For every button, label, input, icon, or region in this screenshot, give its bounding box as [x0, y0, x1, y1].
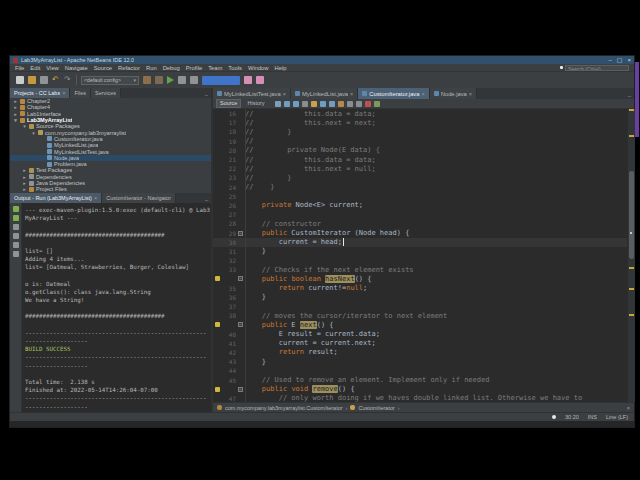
- expander-icon[interactable]: ▸: [13, 98, 18, 104]
- editor-tab-mylinkedlist-java[interactable]: MyLinkedList.java×: [291, 88, 358, 99]
- menu-debug[interactable]: Debug: [163, 65, 180, 71]
- error-stripe-scrollbar[interactable]: [627, 109, 635, 402]
- close-tab-icon[interactable]: ×: [350, 91, 353, 97]
- expander-icon[interactable]: ▸: [22, 186, 27, 192]
- menu-tools[interactable]: Tools: [228, 65, 242, 71]
- config-select[interactable]: <default config>▾: [81, 76, 139, 85]
- expander-icon[interactable]: ▸: [13, 111, 18, 117]
- jump-forward-icon[interactable]: [293, 101, 299, 107]
- fold-toggle-icon[interactable]: −: [236, 387, 245, 392]
- expander-icon[interactable]: ▾: [22, 123, 27, 129]
- toolbar-selected-button[interactable]: [202, 76, 240, 85]
- breadcrumb-segment[interactable]: com.mycompany.lab3myarraylist.CustomIter…: [225, 405, 343, 411]
- jump-back-icon[interactable]: [284, 101, 290, 107]
- projects-tree[interactable]: ▸Chapter2▸Chapter4▸Lab1Interface▾Lab3MyA…: [10, 98, 211, 193]
- profile-project-icon[interactable]: [190, 76, 198, 84]
- toggle-bookmark-icon[interactable]: [338, 101, 344, 107]
- fold-toggle-icon[interactable]: −: [236, 322, 245, 327]
- shift-right-icon[interactable]: [356, 101, 362, 107]
- tab-projects-cc-labs[interactable]: Projects - CC Labs×: [10, 88, 70, 98]
- menu-help[interactable]: Help: [275, 65, 287, 71]
- save-all-icon[interactable]: [40, 76, 48, 84]
- editor-tab-node-java[interactable]: Node.java×: [430, 88, 477, 99]
- expander-icon[interactable]: ▸: [22, 167, 27, 173]
- next-bookmark-icon[interactable]: [329, 101, 335, 107]
- build-project-icon[interactable]: [143, 76, 151, 84]
- editor-tab-mylinkedlisttest-java[interactable]: MyLinkedListTest.java×: [213, 88, 291, 99]
- rerun-icon[interactable]: [13, 206, 19, 212]
- redo-icon[interactable]: ↷: [64, 76, 72, 84]
- clean-build-project-icon[interactable]: [155, 76, 163, 84]
- tree-item-project-files[interactable]: ▸Project Files: [10, 186, 211, 192]
- stop-macro-icon[interactable]: [374, 101, 380, 107]
- tab-files[interactable]: Files: [70, 88, 91, 98]
- warning-gutter-icon[interactable]: [213, 276, 222, 281]
- close-window-icon[interactable]: ×: [627, 57, 631, 63]
- minimize-window-icon[interactable]: –: [608, 57, 611, 63]
- expander-icon[interactable]: ▾: [31, 130, 36, 136]
- editor-tab-customiterator-java[interactable]: CustomIterator.java×: [358, 88, 429, 99]
- breadcrumb-segment[interactable]: CustomIterator: [358, 405, 394, 411]
- menu-edit[interactable]: Edit: [30, 65, 40, 71]
- toggle-highlight-icon[interactable]: [311, 101, 317, 107]
- filter-output-icon[interactable]: [13, 242, 19, 248]
- menu-team[interactable]: Team: [208, 65, 222, 71]
- quick-search-input[interactable]: Search (Ctrl+I): [565, 65, 629, 71]
- close-tab-icon[interactable]: ×: [94, 195, 97, 201]
- warning-gutter-icon[interactable]: [213, 387, 222, 392]
- tab-output-run-lab3myarraylist-[interactable]: Output - Run (Lab3MyArrayList)×: [10, 193, 102, 203]
- warning-gutter-icon[interactable]: [213, 322, 222, 327]
- expander-icon[interactable]: ▸: [22, 174, 27, 180]
- menu-navigate[interactable]: Navigate: [65, 65, 88, 71]
- console-line: [25, 222, 211, 230]
- debug-project-icon[interactable]: [178, 76, 186, 84]
- scrollbar-thumb[interactable]: [629, 171, 634, 259]
- fold-toggle-icon[interactable]: −: [236, 231, 245, 236]
- menu-run[interactable]: Run: [146, 65, 157, 71]
- history-view-button[interactable]: History: [244, 100, 267, 107]
- tab-services[interactable]: Services: [91, 88, 121, 98]
- close-breadcrumb-icon[interactable]: ×: [627, 405, 630, 411]
- run-project-icon[interactable]: [167, 76, 174, 84]
- open-project-icon[interactable]: [28, 76, 36, 84]
- menu-window[interactable]: Window: [248, 65, 269, 71]
- undo-icon[interactable]: ↶: [52, 76, 60, 84]
- fold-toggle-icon[interactable]: −: [236, 276, 245, 281]
- close-tab-icon[interactable]: ×: [283, 91, 286, 97]
- find-selection-icon[interactable]: [302, 101, 308, 107]
- menu-profile[interactable]: Profile: [186, 65, 202, 71]
- close-tab-icon[interactable]: ×: [422, 91, 425, 97]
- menu-view[interactable]: View: [46, 65, 58, 71]
- rerun-with-different-params-icon[interactable]: [13, 215, 19, 221]
- expander-icon[interactable]: ▾: [13, 117, 18, 123]
- close-tab-icon[interactable]: ×: [469, 91, 472, 97]
- clear-output-icon[interactable]: [13, 233, 19, 239]
- warning-stripe-mark[interactable]: [629, 109, 634, 111]
- code-editor[interactable]: 16// this.data = data;17// this.next = n…: [213, 109, 627, 402]
- previous-bookmark-icon[interactable]: [320, 101, 326, 107]
- warning-stripe-mark[interactable]: [629, 135, 634, 137]
- start-macro-icon[interactable]: [365, 101, 371, 107]
- expander-icon[interactable]: ▸: [22, 180, 27, 186]
- last-edit-icon[interactable]: [275, 101, 281, 107]
- notifications-icon[interactable]: [552, 415, 556, 419]
- output-console[interactable]: --- exec-maven-plugin:1.5.0:exec (defaul…: [22, 203, 211, 412]
- new-file-icon[interactable]: [16, 76, 24, 84]
- shift-left-icon[interactable]: [347, 101, 353, 107]
- output-settings-icon[interactable]: [13, 251, 19, 257]
- menu-refactor[interactable]: Refactor: [118, 65, 140, 71]
- menu-source[interactable]: Source: [94, 65, 112, 71]
- menu-file[interactable]: File: [15, 65, 24, 71]
- expander-icon[interactable]: ▸: [13, 104, 18, 110]
- maximize-window-icon[interactable]: ▢: [617, 57, 623, 63]
- reset-profiler-results-icon[interactable]: [256, 76, 264, 84]
- stop-build-icon[interactable]: [13, 224, 19, 230]
- profiler-snapshot-icon[interactable]: [244, 76, 252, 84]
- tab-customiterator-navigator[interactable]: CustomIterator - Navigator: [102, 193, 176, 203]
- warning-stripe-mark[interactable]: [629, 288, 634, 290]
- warning-stripe-mark[interactable]: [629, 267, 634, 269]
- close-tab-icon[interactable]: ×: [62, 90, 65, 96]
- tree-item-label: Java Dependencies: [36, 180, 85, 186]
- warning-stripe-mark[interactable]: [629, 314, 634, 316]
- source-view-button[interactable]: Source: [216, 99, 241, 108]
